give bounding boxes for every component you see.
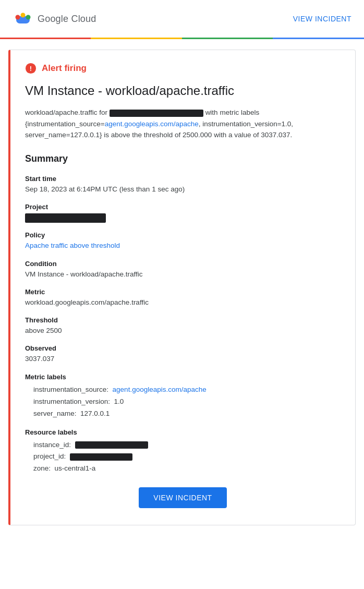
- summary-heading: Summary: [25, 153, 341, 164]
- project-label: Project: [25, 203, 341, 211]
- policy-row: Policy Apache traffic above threshold: [25, 231, 341, 251]
- condition-row: Condition VM Instance - workload/apache.…: [25, 260, 341, 280]
- logo-text: Google Cloud: [38, 14, 96, 25]
- start-time-value: Sep 18, 2023 at 6:14PM UTC (less than 1 …: [25, 184, 341, 195]
- project-id-label: project_id:: [33, 452, 66, 460]
- metric-value: workload.googleapis.com/apache.traffic: [25, 297, 341, 308]
- zone-row: zone: us-central1-a: [25, 463, 341, 475]
- svg-point-5: [26, 15, 31, 20]
- instance-id-row: instance_id:: [25, 439, 341, 451]
- alert-description: workload/apache.traffic for with metric …: [25, 107, 341, 141]
- svg-point-4: [21, 13, 26, 18]
- observed-label: Observed: [25, 344, 341, 352]
- page-header: Google Cloud VIEW INCIDENT: [0, 0, 364, 38]
- instance-id-label: instance_id:: [33, 441, 71, 449]
- metric-label: Metric: [25, 288, 341, 296]
- alert-title: VM Instance - workload/apache.traffic: [25, 82, 341, 99]
- alert-firing-row: ! Alert firing: [25, 63, 341, 74]
- threshold-label: Threshold: [25, 316, 341, 324]
- resource-labels-section: Resource labels instance_id: project_id:…: [25, 428, 341, 475]
- start-time-label: Start time: [25, 175, 341, 183]
- alert-firing-label: Alert firing: [42, 63, 87, 74]
- start-time-row: Start time Sep 18, 2023 at 6:14PM UTC (l…: [25, 175, 341, 195]
- metric-labels-section: Metric labels instrumentation_source: ag…: [25, 373, 341, 420]
- server-name-value: 127.0.0.1: [80, 410, 110, 417]
- metric-labels-heading: Metric labels: [25, 373, 341, 381]
- logo-area: Google Cloud: [13, 8, 96, 29]
- instrumentation-version-value: 1.0: [114, 398, 124, 405]
- instrumentation-source-row: instrumentation_source: agent.googleapis…: [25, 384, 341, 396]
- description-prefix: workload/apache.traffic for: [25, 109, 107, 116]
- condition-label: Condition: [25, 260, 341, 268]
- alert-error-icon: !: [25, 63, 37, 74]
- project-row: Project: [25, 203, 341, 223]
- google-cloud-icon: [13, 8, 33, 29]
- alert-card: ! Alert firing VM Instance - workload/ap…: [8, 50, 356, 525]
- project-value: [25, 212, 341, 223]
- redacted-project: [25, 213, 106, 223]
- threshold-value: above 2500: [25, 326, 341, 336]
- redacted-project-id: [70, 453, 132, 461]
- view-incident-header-link[interactable]: VIEW INCIDENT: [293, 15, 351, 23]
- view-incident-button[interactable]: VIEW INCIDENT: [139, 487, 226, 508]
- policy-label: Policy: [25, 231, 341, 239]
- zone-value: us-central1-a: [55, 464, 96, 472]
- policy-value: Apache traffic above threshold: [25, 241, 341, 251]
- instrumentation-source-link[interactable]: agent.googleapis.com/apache: [113, 386, 207, 393]
- server-name-label: server_name:: [33, 410, 77, 417]
- agent-link-desc[interactable]: agent.googleapis.com/apache: [105, 120, 199, 128]
- instrumentation-source-label: instrumentation_source:: [33, 386, 108, 393]
- threshold-row: Threshold above 2500: [25, 316, 341, 336]
- condition-value: VM Instance - workload/apache.traffic: [25, 269, 341, 280]
- zone-label: zone:: [33, 464, 51, 472]
- instrumentation-version-row: instrumentation_version: 1.0: [25, 396, 341, 408]
- instrumentation-version-label: instrumentation_version:: [33, 398, 110, 405]
- observed-row: Observed 3037.037: [25, 344, 341, 364]
- resource-labels-heading: Resource labels: [25, 428, 341, 436]
- svg-point-3: [16, 15, 20, 20]
- policy-link[interactable]: Apache traffic above threshold: [25, 242, 120, 249]
- google-cloud-logo: Google Cloud: [13, 8, 96, 29]
- redacted-instance-inline: [110, 110, 203, 117]
- svg-text:!: !: [30, 65, 32, 73]
- project-id-row: project_id:: [25, 451, 341, 463]
- metric-row: Metric workload.googleapis.com/apache.tr…: [25, 288, 341, 308]
- btn-row: VIEW INCIDENT: [25, 487, 341, 508]
- server-name-row: server_name: 127.0.0.1: [25, 408, 341, 420]
- redacted-instance-id: [75, 441, 148, 449]
- color-bar: [0, 38, 364, 39]
- observed-value: 3037.037: [25, 354, 341, 364]
